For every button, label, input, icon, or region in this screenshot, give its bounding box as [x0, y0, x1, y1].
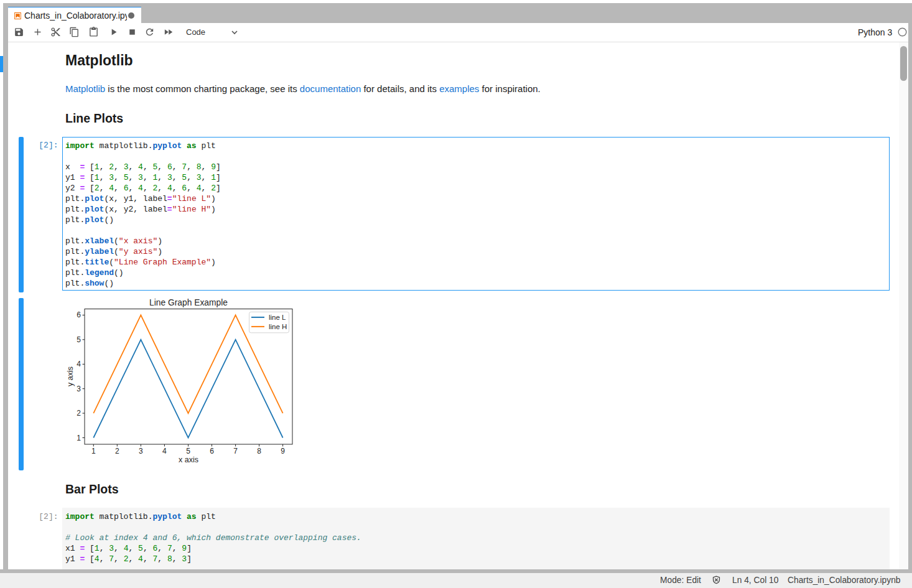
- svg-text:3: 3: [77, 385, 81, 393]
- svg-text:7: 7: [233, 447, 238, 455]
- svg-text:y axis: y axis: [66, 366, 75, 386]
- svg-text:x axis: x axis: [179, 455, 198, 464]
- svg-text:line L: line L: [269, 314, 286, 321]
- svg-text:6: 6: [77, 310, 81, 319]
- svg-text:2: 2: [115, 447, 119, 455]
- svg-text:line H: line H: [269, 323, 287, 330]
- svg-text:3: 3: [139, 447, 143, 455]
- svg-text:Line Graph Example: Line Graph Example: [149, 298, 228, 307]
- svg-text:8: 8: [257, 447, 261, 455]
- svg-text:2: 2: [77, 409, 81, 418]
- svg-text:9: 9: [281, 447, 285, 455]
- svg-text:4: 4: [77, 360, 81, 368]
- svg-text:5: 5: [186, 447, 190, 455]
- svg-text:1: 1: [77, 434, 81, 442]
- svg-text:4: 4: [162, 447, 167, 455]
- svg-text:1: 1: [91, 447, 96, 455]
- svg-text:5: 5: [77, 335, 81, 344]
- svg-text:6: 6: [210, 447, 214, 455]
